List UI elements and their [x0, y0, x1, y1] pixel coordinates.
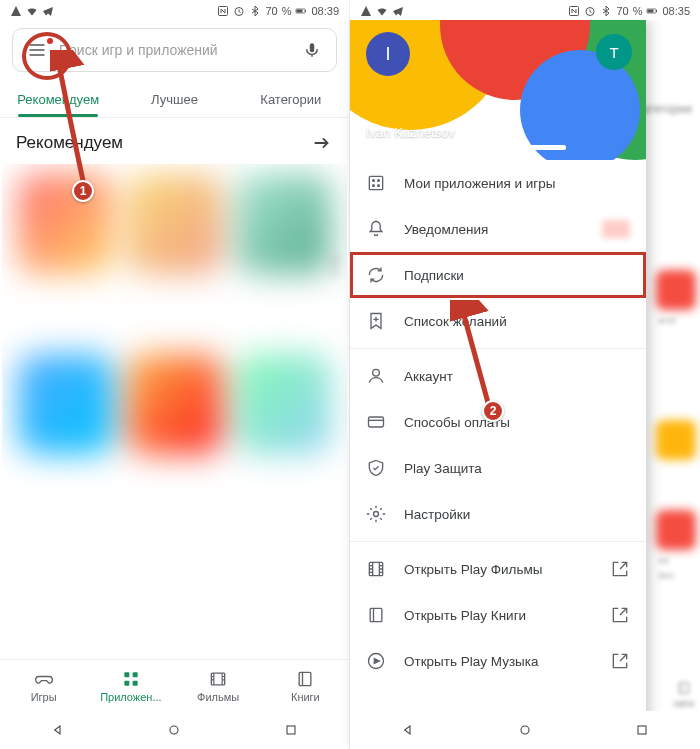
back-icon[interactable]	[50, 722, 66, 738]
divider	[350, 541, 646, 542]
status-bar: 70% 08:35	[350, 0, 700, 20]
battery-percent: 70	[616, 5, 628, 17]
screen-play-store-drawer: 70% 08:35 атегории игат ее deo ниги	[350, 0, 700, 749]
user-email-bar	[366, 145, 566, 150]
svg-rect-19	[679, 683, 688, 694]
tab-best[interactable]: Лучшее	[116, 82, 232, 117]
menu-button[interactable]	[23, 36, 51, 64]
bluetooth-icon	[249, 5, 261, 17]
drawer-list: Мои приложения и игры Уведомления Подпис…	[350, 160, 646, 749]
svg-point-31	[521, 726, 529, 734]
svg-rect-9	[133, 680, 138, 685]
telegram-icon	[42, 5, 54, 17]
recent-icon[interactable]	[634, 722, 650, 738]
drawer-item-settings[interactable]: Настройки	[350, 491, 646, 537]
books-icon	[295, 669, 315, 689]
search-bar[interactable]: Поиск игр и приложений	[12, 28, 337, 72]
svg-rect-11	[300, 672, 312, 685]
alarm-icon	[584, 5, 596, 17]
nav-apps[interactable]: Приложен...	[87, 660, 174, 711]
games-icon	[34, 669, 54, 689]
drawer-item-open-movies[interactable]: Открыть Play Фильмы	[350, 546, 646, 592]
account-icon	[366, 366, 386, 386]
signal-icon	[360, 5, 372, 17]
recent-icon[interactable]	[283, 722, 299, 738]
notification-badge	[602, 220, 630, 238]
svg-rect-3	[305, 10, 306, 12]
music-icon	[366, 651, 386, 671]
back-icon[interactable]	[400, 722, 416, 738]
svg-rect-32	[638, 726, 646, 734]
nav-movies[interactable]: Фильмы	[175, 660, 262, 711]
wifi-icon	[26, 5, 38, 17]
signal-icon	[10, 5, 22, 17]
svg-point-27	[374, 512, 379, 517]
open-icon	[610, 651, 630, 671]
system-nav-bar	[350, 711, 700, 749]
drawer-item-play-protect[interactable]: Play Защита	[350, 445, 646, 491]
books-icon	[676, 680, 692, 696]
tab-recommend[interactable]: Рекомендуем	[0, 82, 116, 117]
gear-icon	[366, 504, 386, 524]
home-icon[interactable]	[166, 722, 182, 738]
avatar[interactable]: I	[366, 32, 410, 76]
svg-point-24	[378, 185, 380, 187]
voice-search-button[interactable]	[298, 36, 326, 64]
drawer-item-my-apps[interactable]: Мои приложения и игры	[350, 160, 646, 206]
battery-percent: 70	[265, 5, 277, 17]
svg-point-22	[378, 180, 380, 182]
svg-rect-4	[297, 10, 303, 13]
system-nav-bar	[0, 711, 349, 749]
nfc-icon	[568, 5, 580, 17]
card-icon	[366, 412, 386, 432]
divider	[350, 348, 646, 349]
drawer-item-subscriptions[interactable]: Подписки	[350, 252, 646, 298]
apps-icon	[121, 669, 141, 689]
nav-games[interactable]: Игры	[0, 660, 87, 711]
svg-rect-26	[369, 417, 384, 427]
movies-icon	[208, 669, 228, 689]
status-bar: 70% 08:39	[0, 0, 349, 20]
svg-rect-13	[287, 726, 295, 734]
alarm-icon	[233, 5, 245, 17]
bluetooth-icon	[600, 5, 612, 17]
bottom-nav: Игры Приложен... Фильмы Книги	[0, 659, 349, 711]
search-placeholder: Поиск игр и приложений	[59, 42, 298, 58]
screen-play-store-home: 70% 08:39 Поиск игр и приложений Рекомен…	[0, 0, 350, 749]
svg-rect-5	[310, 43, 315, 52]
svg-point-12	[170, 726, 178, 734]
battery-icon	[295, 5, 307, 17]
avatar-secondary[interactable]: T	[596, 34, 632, 70]
section-header[interactable]: Рекомендуем	[0, 118, 349, 164]
user-name: Ivan Kuznetsov	[366, 125, 455, 140]
svg-rect-18	[648, 10, 654, 13]
open-icon	[610, 559, 630, 579]
nav-books[interactable]: Книги	[262, 660, 349, 711]
svg-point-23	[373, 185, 375, 187]
bookmark-plus-icon	[366, 311, 386, 331]
annotation-marker-2: 2	[482, 400, 504, 422]
nfc-icon	[217, 5, 229, 17]
svg-rect-17	[656, 10, 657, 12]
clock-time: 08:35	[662, 5, 690, 17]
book-open-icon	[366, 605, 386, 625]
hamburger-icon	[27, 40, 47, 60]
bg-nav-books: ниги	[674, 680, 694, 709]
film-icon	[366, 559, 386, 579]
tab-categories[interactable]: Категории	[233, 82, 349, 117]
drawer-item-open-music[interactable]: Открыть Play Музыка	[350, 638, 646, 684]
drawer-item-notifications[interactable]: Уведомления	[350, 206, 646, 252]
drawer-item-wishlist[interactable]: Список желаний	[350, 298, 646, 344]
drawer-item-account[interactable]: Аккаунт	[350, 353, 646, 399]
open-icon	[610, 605, 630, 625]
bg-tab-fragment: атегории	[643, 102, 692, 116]
home-icon[interactable]	[517, 722, 533, 738]
apps-list-icon	[366, 173, 386, 193]
drawer-header[interactable]: I T Ivan Kuznetsov	[350, 20, 646, 160]
navigation-drawer: I T Ivan Kuznetsov Мои приложения и игры…	[350, 20, 646, 749]
svg-point-25	[373, 369, 380, 376]
drawer-item-open-books[interactable]: Открыть Play Книги	[350, 592, 646, 638]
svg-rect-7	[133, 672, 138, 677]
svg-rect-20	[369, 176, 382, 189]
blurred-app-grid: Б5	[2, 164, 347, 659]
